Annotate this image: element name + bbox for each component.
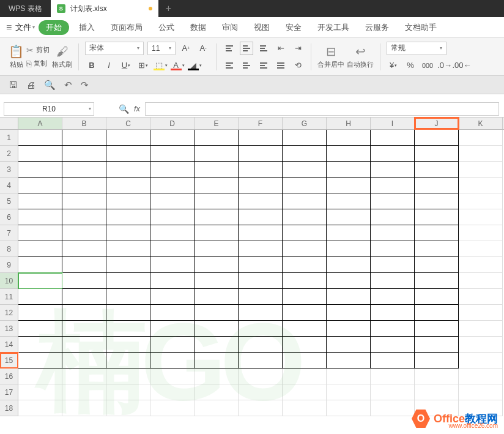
cell-D10[interactable] [150,273,195,289]
cell-G6[interactable] [283,209,327,225]
cell-H13[interactable] [327,321,371,337]
cell-G10[interactable] [283,273,327,289]
cell-K11[interactable] [459,289,503,305]
cell-H16[interactable] [327,369,371,384]
cell-K3[interactable] [459,162,503,178]
comma-button[interactable]: 000 [421,59,434,72]
cell-J16[interactable] [415,369,459,384]
cell-C7[interactable] [106,225,150,241]
increase-indent-button[interactable]: ⇥ [291,42,305,55]
cell-D12[interactable] [150,305,195,321]
tab-home[interactable]: 开始 [39,20,69,35]
cell-F3[interactable] [239,162,283,178]
cell-E16[interactable] [195,369,239,384]
tab-insert[interactable]: 插入 [73,22,101,33]
cell-C5[interactable] [106,193,150,209]
cell-A18[interactable] [18,400,62,416]
cell-G2[interactable] [283,146,327,162]
cell-E2[interactable] [195,146,239,162]
cell-F13[interactable] [239,321,283,337]
row-header-9[interactable]: 9 [0,257,18,273]
cell-J2[interactable] [415,146,459,162]
cell-D1[interactable] [150,130,195,146]
cell-H9[interactable] [327,257,371,273]
cell-F11[interactable] [239,289,283,305]
decrease-indent-button[interactable]: ⇤ [274,42,287,55]
column-header-F[interactable]: F [239,118,283,129]
cell-K9[interactable] [459,257,503,273]
formula-input[interactable] [145,102,499,116]
cell-E3[interactable] [195,162,239,178]
cell-A17[interactable] [18,384,62,400]
align-middle-button[interactable] [240,42,253,55]
cell-G7[interactable] [283,225,327,241]
cell-A10[interactable] [18,273,62,289]
cell-D9[interactable] [150,257,195,273]
cell-C1[interactable] [106,130,150,146]
italic-button[interactable]: I [102,59,116,72]
tab-cloud[interactable]: 云服务 [359,22,395,33]
preview-icon[interactable]: 🔍 [44,80,56,91]
cell-G4[interactable] [283,178,327,193]
cell-B8[interactable] [62,241,106,257]
row-header-3[interactable]: 3 [0,162,18,178]
cell-A1[interactable] [18,130,62,146]
cell-G1[interactable] [283,130,327,146]
font-size-select[interactable]: 11▾ [147,42,176,55]
orientation-button[interactable]: ⟲ [291,59,305,72]
cell-F15[interactable] [239,353,283,369]
row-header-1[interactable]: 1 [0,130,18,146]
cell-E14[interactable] [195,337,239,353]
cell-K17[interactable] [459,384,503,400]
cell-K13[interactable] [459,321,503,337]
cell-H12[interactable] [327,305,371,321]
cell-B10[interactable] [62,273,106,289]
align-right-button[interactable] [257,59,270,72]
cell-A11[interactable] [18,289,62,305]
cell-B9[interactable] [62,257,106,273]
cell-C6[interactable] [106,209,150,225]
cell-D5[interactable] [150,193,195,209]
cell-C4[interactable] [106,178,150,193]
cell-J1[interactable] [415,130,459,146]
cell-B18[interactable] [62,400,106,416]
document-tab[interactable]: S 计划表.xlsx [51,0,158,17]
cell-B17[interactable] [62,384,106,400]
fx-label[interactable]: fx [134,104,140,113]
cell-E9[interactable] [195,257,239,273]
cell-G15[interactable] [283,353,327,369]
cell-B4[interactable] [62,178,106,193]
cell-I8[interactable] [371,241,415,257]
cell-C17[interactable] [106,384,150,400]
cell-F1[interactable] [239,130,283,146]
tab-security[interactable]: 安全 [280,22,308,33]
cell-H1[interactable] [327,130,371,146]
cell-J8[interactable] [415,241,459,257]
cell-E10[interactable] [195,273,239,289]
cell-C16[interactable] [106,369,150,384]
file-menu[interactable]: 文件 ▾ [15,22,35,33]
column-header-I[interactable]: I [371,118,415,129]
percent-button[interactable]: % [404,59,417,72]
highlight-button[interactable]: ◢▾ [188,59,201,72]
align-center-button[interactable] [240,59,253,72]
new-tab-button[interactable]: + [158,3,179,14]
cell-F5[interactable] [239,193,283,209]
row-header-16[interactable]: 16 [0,369,18,384]
cell-D13[interactable] [150,321,195,337]
cell-F2[interactable] [239,146,283,162]
cell-K7[interactable] [459,225,503,241]
cell-A12[interactable] [18,305,62,321]
cell-B5[interactable] [62,193,106,209]
print-icon[interactable]: 🖨 [26,80,35,90]
cell-J14[interactable] [415,337,459,353]
cell-A7[interactable] [18,225,62,241]
cell-D8[interactable] [150,241,195,257]
row-header-14[interactable]: 14 [0,337,18,353]
cell-F7[interactable] [239,225,283,241]
row-header-7[interactable]: 7 [0,225,18,241]
cell-F4[interactable] [239,178,283,193]
cell-F14[interactable] [239,337,283,353]
align-justify-button[interactable] [274,59,287,72]
cell-C13[interactable] [106,321,150,337]
